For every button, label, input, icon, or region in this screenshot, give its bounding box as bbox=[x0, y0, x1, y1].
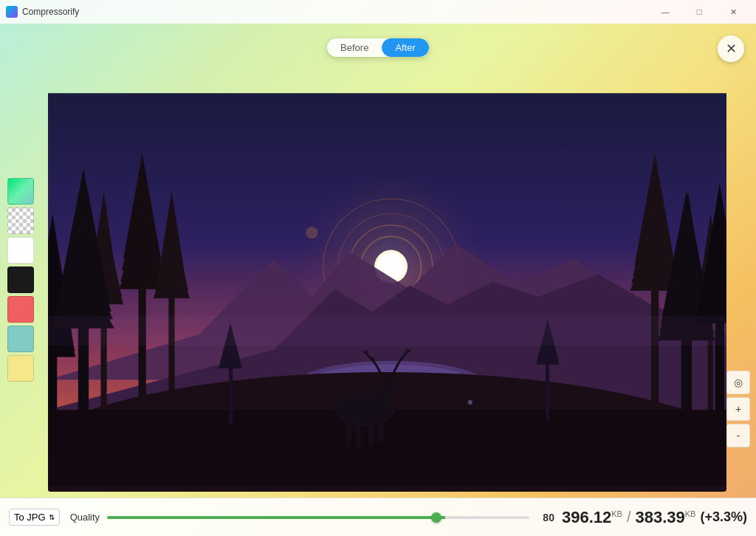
after-button[interactable]: After bbox=[382, 38, 428, 57]
bottom-bar: To JPG ⇅ Quality 80 396.12KB / 383.39KB … bbox=[0, 498, 756, 536]
separator: / bbox=[627, 509, 631, 526]
color-swatches bbox=[7, 178, 34, 382]
format-selector[interactable]: To JPG ⇅ bbox=[9, 509, 60, 526]
zoom-out-button[interactable]: - bbox=[726, 424, 750, 447]
svg-rect-63 bbox=[48, 410, 726, 485]
image-canvas bbox=[48, 72, 726, 492]
svg-rect-86 bbox=[368, 419, 374, 446]
minimize-button[interactable]: — bbox=[648, 0, 682, 24]
svg-point-88 bbox=[468, 400, 472, 405]
svg-rect-89 bbox=[48, 315, 726, 346]
gradient-swatch[interactable] bbox=[7, 178, 34, 205]
format-arrow-icon: ⇅ bbox=[49, 513, 55, 521]
black-swatch[interactable] bbox=[7, 267, 34, 293]
maximize-button[interactable]: □ bbox=[682, 0, 716, 24]
file-size-after: 383.39KB bbox=[635, 508, 695, 527]
quality-label: Quality bbox=[70, 512, 100, 523]
crosshair-tool-button[interactable]: ◎ bbox=[726, 371, 750, 394]
titlebar-left: Compressorify bbox=[6, 6, 79, 18]
svg-rect-84 bbox=[346, 421, 351, 447]
right-tools: ◎ + - bbox=[726, 371, 750, 447]
quality-slider-container bbox=[107, 516, 529, 519]
transparent-swatch[interactable] bbox=[7, 207, 34, 234]
close-window-button[interactable]: ✕ bbox=[716, 0, 750, 24]
app-title: Compressorify bbox=[22, 7, 79, 17]
teal-swatch[interactable] bbox=[7, 326, 34, 352]
yellow-swatch[interactable] bbox=[7, 355, 34, 382]
size-diff: (+3.3%) bbox=[700, 509, 747, 525]
quality-value: 80 bbox=[537, 512, 554, 523]
minus-icon: - bbox=[737, 430, 740, 441]
titlebar-controls: — □ ✕ bbox=[648, 0, 750, 24]
format-label: To JPG bbox=[14, 512, 46, 523]
file-info: 396.12KB / 383.39KB (+3.3%) bbox=[562, 508, 747, 527]
sunset-image bbox=[48, 72, 726, 492]
before-button[interactable]: Before bbox=[327, 38, 382, 57]
zoom-in-button[interactable]: + bbox=[726, 397, 750, 421]
app-icon bbox=[6, 6, 18, 18]
svg-point-8 bbox=[306, 227, 317, 238]
main-area: Before After ✕ bbox=[0, 24, 756, 536]
crosshair-icon: ◎ bbox=[734, 377, 743, 388]
titlebar: Compressorify — □ ✕ bbox=[0, 0, 756, 24]
view-close-button[interactable]: ✕ bbox=[718, 35, 744, 62]
quality-slider[interactable] bbox=[107, 516, 529, 519]
svg-point-73 bbox=[390, 385, 400, 393]
slider-thumb bbox=[431, 512, 441, 523]
plus-icon: + bbox=[735, 403, 741, 415]
svg-rect-87 bbox=[378, 417, 383, 442]
red-swatch[interactable] bbox=[7, 296, 34, 323]
white-swatch[interactable] bbox=[7, 237, 34, 264]
svg-rect-71 bbox=[379, 391, 388, 413]
before-after-toggle: Before After bbox=[327, 38, 429, 57]
file-size-before: 396.12KB bbox=[562, 508, 622, 527]
svg-rect-85 bbox=[356, 421, 361, 450]
